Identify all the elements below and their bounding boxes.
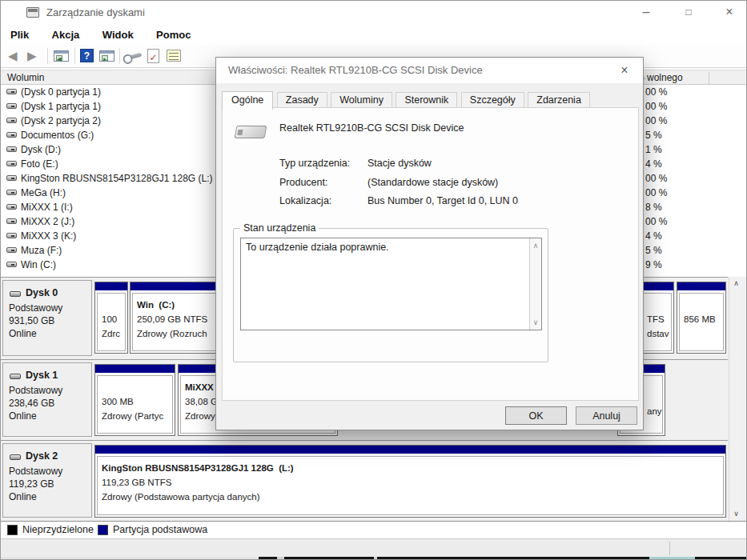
volume-label: (Dysk 0 partycja 1) <box>21 85 101 99</box>
tab-zasady[interactable]: Zasady <box>277 92 327 108</box>
tab-ogolne[interactable]: Ogólne <box>222 91 273 110</box>
tab-szczegoly[interactable]: Szczegóły <box>461 92 524 108</box>
dialog-title-bar: Właściwości: Realtek RTL9210B-CG SCSI Di… <box>216 58 643 83</box>
disk1-partition-300mb[interactable]: 300 MB Zdrowy (Partyc <box>94 364 175 436</box>
check-document-icon[interactable]: ✓ <box>147 49 159 63</box>
volume-free-percent: 4 % <box>645 229 662 243</box>
window-title: Zarządzanie dyskami <box>46 6 145 18</box>
disk0-header[interactable]: Dysk 0 Podstawowy 931,50 GB Online <box>2 280 92 356</box>
device-state-textbox[interactable]: To urządzenie działa poprawnie. ∧ ∨ <box>240 238 542 330</box>
dialog-tabs: Ogólne Zasady Woluminy Sterownik Szczegó… <box>222 90 591 108</box>
tab-woluminy[interactable]: Woluminy <box>331 92 392 108</box>
volume-icon <box>6 190 17 195</box>
partition-color-bar <box>95 365 175 374</box>
show-console-tree-icon[interactable]: ◀ <box>54 50 69 62</box>
field-value-device-type: Stacje dysków <box>367 158 432 169</box>
device-icon <box>235 126 267 138</box>
back-icon[interactable]: ◀ <box>8 48 18 64</box>
volume-label: Foto (E:) <box>21 157 58 171</box>
disk-view-scrollbar[interactable]: ∧ ∨ <box>729 277 742 521</box>
menu-pomoc[interactable]: Pomoc <box>147 25 200 45</box>
volume-free-percent: 00 % <box>645 99 667 114</box>
ok-button[interactable]: OK <box>505 406 567 425</box>
textbox-scrollbar[interactable]: ∧ ∨ <box>529 238 541 330</box>
volume-free-percent: 4 % <box>645 157 662 171</box>
disk-name: Dysk 2 <box>26 450 58 462</box>
volume-icon <box>6 132 17 138</box>
disk-kind: Podstawowy <box>9 466 62 477</box>
legend-unallocated-label: Nieprzydzielone <box>22 524 94 535</box>
volume-icon <box>6 161 17 166</box>
volume-label: MiXXX 3 (K:) <box>21 229 76 243</box>
disk-icon <box>10 374 21 379</box>
column-volume[interactable]: Wolumin <box>7 72 44 83</box>
disk2-partition-kingston[interactable]: KingSton RBUSNS8154P3128GJ1 128G (L:) 11… <box>94 445 726 518</box>
disk2-header[interactable]: Dysk 2 Podstawowy 119,23 GB Online <box>2 443 92 518</box>
partition-color-bar <box>95 446 725 454</box>
dialog-title: Właściwości: Realtek RTL9210B-CG SCSI Di… <box>228 64 483 76</box>
menu-widok[interactable]: Widok <box>93 25 143 45</box>
volume-icon <box>6 175 17 181</box>
forward-icon[interactable]: ▶ <box>27 48 37 64</box>
maximize-icon[interactable]: □ <box>677 4 700 22</box>
volume-label: Documentos (G:) <box>21 128 94 142</box>
partition-color-bar <box>95 282 127 291</box>
legend-primary-label: Partycja podstawowa <box>113 524 207 535</box>
app-icon <box>26 7 39 18</box>
close-icon[interactable]: × <box>718 4 741 22</box>
disk-name: Dysk 1 <box>26 370 58 381</box>
properties-icon[interactable] <box>167 50 181 62</box>
disk0-partition-856mb[interactable]: 856 MB <box>677 282 726 354</box>
disk-kind: Podstawowy <box>9 385 62 396</box>
help-icon[interactable]: ? <box>80 49 94 62</box>
tab-zdarzenia[interactable]: Zdarzenia <box>528 92 590 108</box>
cancel-button[interactable]: Anuluj <box>576 406 637 425</box>
disk-management-screen: Zarządzanie dyskami – □ × Plik Akcja Wid… <box>0 0 747 560</box>
title-bar: Zarządzanie dyskami – □ × <box>1 1 747 25</box>
tab-page-general: Realtek RTL9210B-CG SCSI Disk Device Typ… <box>222 107 639 401</box>
volume-icon <box>6 204 17 210</box>
disk-size: 119,23 GB <box>9 478 54 490</box>
device-name: Realtek RTL9210B-CG SCSI Disk Device <box>279 122 464 134</box>
volume-free-percent: 5 % <box>645 128 662 142</box>
scroll-up-icon[interactable]: ∧ <box>729 277 743 290</box>
volume-free-percent: 00 % <box>645 85 667 99</box>
volume-label: MiXXX 1 (I:) <box>21 200 73 214</box>
volume-label: KingSton RBUSNS8154P3128GJ1 128G (L:) <box>21 171 212 186</box>
show-action-pane-icon[interactable]: ▸ <box>99 50 114 62</box>
minimize-icon[interactable]: – <box>635 4 657 22</box>
disk1-header[interactable]: Dysk 1 Podstawowy 238,46 GB Online <box>2 362 92 437</box>
volume-free-percent: 8 % <box>645 200 662 214</box>
disk-icon <box>10 291 21 297</box>
volume-free-percent: 00 % <box>645 171 667 186</box>
volume-free-percent: 1 % <box>645 142 662 157</box>
volume-icon <box>6 118 17 123</box>
volume-icon <box>6 89 17 94</box>
disk-status: Online <box>9 328 37 339</box>
disk0-partition-efi[interactable]: 100 Zdrc <box>94 282 128 354</box>
device-state-group: Stan urządzenia To urządzenie działa pop… <box>233 228 548 362</box>
menu-plik[interactable]: Plik <box>1 25 38 45</box>
dialog-close-icon[interactable]: × <box>614 61 635 80</box>
scroll-down-icon[interactable]: ∨ <box>729 507 743 521</box>
volume-free-percent: 5 % <box>645 243 662 258</box>
volume-free-percent: 00 % <box>645 186 667 200</box>
volume-label: (Dysk 1 partycja 1) <box>21 99 101 114</box>
taskbar-sliver <box>1 557 747 560</box>
tool-icon[interactable] <box>126 53 143 61</box>
scroll-up-icon[interactable]: ∧ <box>530 240 541 251</box>
volume-icon <box>6 233 17 238</box>
volume-label: Win (C:) <box>21 258 56 272</box>
menu-akcja[interactable]: Akcja <box>42 25 90 45</box>
partition-color-bar <box>677 282 725 291</box>
volume-label: Muza (F:) <box>21 243 62 258</box>
disk-status: Online <box>9 410 37 422</box>
disk-kind: Podstawowy <box>9 302 62 314</box>
properties-dialog: Właściwości: Realtek RTL9210B-CG SCSI Di… <box>215 57 644 430</box>
field-label-manufacturer: Producent: <box>279 177 327 188</box>
volume-label: MiXXX 2 (J:) <box>21 214 74 229</box>
volume-icon <box>6 247 17 253</box>
scroll-down-icon[interactable]: ∨ <box>530 317 541 328</box>
tab-sterownik[interactable]: Sterownik <box>396 92 457 108</box>
disk-icon <box>10 454 21 460</box>
